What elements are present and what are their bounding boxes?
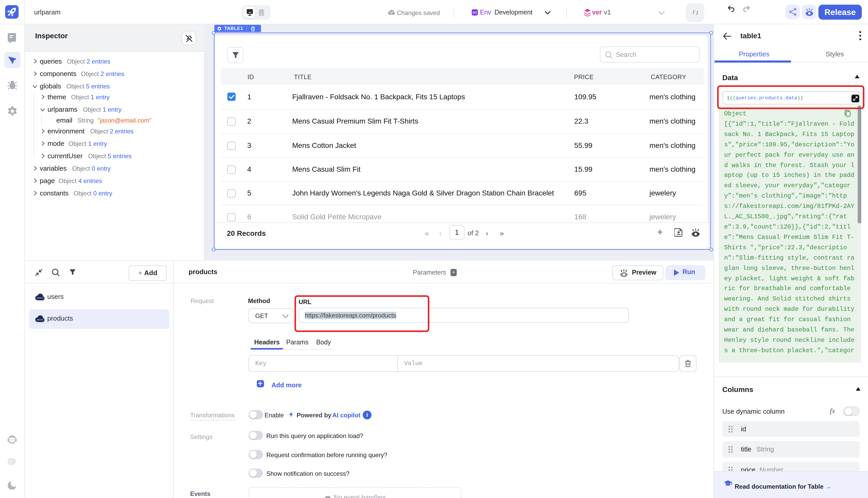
svg-text:{REST}: {REST} <box>37 297 43 299</box>
svg-text:{REST}: {REST} <box>37 318 43 321</box>
